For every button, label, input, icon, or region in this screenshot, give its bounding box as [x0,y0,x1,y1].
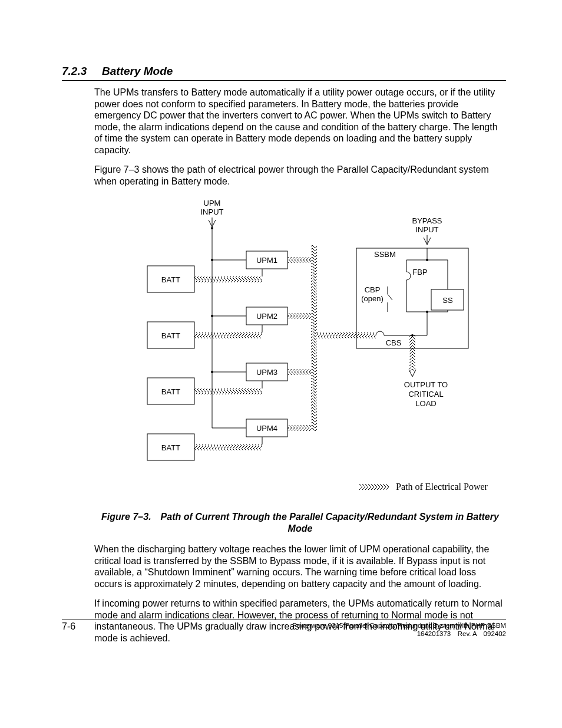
svg-text:FBP: FBP [412,268,427,276]
svg-text:BATT: BATT [161,331,180,340]
svg-text:UPM4: UPM4 [256,424,277,433]
svg-text:(open): (open) [361,294,384,303]
svg-rect-36 [287,257,311,263]
paragraph-1: The UPMs transfers to Battery mode autom… [94,87,506,156]
svg-rect-40 [311,245,317,431]
svg-text:CRITICAL: CRITICAL [408,390,443,398]
svg-rect-34 [194,444,262,450]
svg-text:INPUT: INPUT [201,207,224,216]
svg-text:UPM1: UPM1 [256,256,277,265]
svg-rect-73 [359,484,389,490]
paragraph-2: Figure 7–3 shows the path of electrical … [94,164,506,187]
svg-rect-41 [317,332,376,338]
section-heading: 7.2.3 Battery Mode [62,65,506,81]
footer-doc-id: 164201373 Rev. A 092402 [292,630,506,638]
svg-text:INPUT: INPUT [416,225,439,234]
page-number: 7-6 [62,621,75,632]
section-number: 7.2.3 [62,65,102,78]
svg-text:BATT: BATT [161,275,180,284]
svg-text:Path of Electrical Power: Path of Electrical Power [396,482,488,492]
svg-text:UPM: UPM [204,199,221,207]
svg-rect-39 [287,425,311,431]
figure-7-3: UPM INPUT UPM1 UPM2 [94,195,506,502]
svg-rect-28 [194,276,262,282]
svg-point-4 [211,227,213,229]
svg-text:UPM3: UPM3 [256,368,277,377]
svg-point-8 [211,259,213,261]
svg-text:SSBM: SSBM [374,250,396,259]
svg-text:SS: SS [442,296,453,305]
svg-rect-32 [194,388,262,394]
svg-text:BATT: BATT [161,443,180,452]
svg-rect-38 [287,369,311,375]
section-title: Battery Mode [102,65,173,78]
svg-point-12 [211,315,213,317]
footer-title: Powerware 9315 Parallel Capacity/Redunda… [292,621,506,630]
svg-text:OUTPUT TO: OUTPUT TO [404,380,448,389]
svg-point-16 [211,371,213,373]
figure-caption: Figure 7–3. Path of Current Through the … [94,511,506,534]
paragraph-3: When the discharging battery voltage rea… [94,543,506,589]
svg-text:BYPASS: BYPASS [412,216,442,225]
page-footer: 7-6 Powerware 9315 Parallel Capacity/Red… [62,620,506,638]
svg-text:CBP: CBP [365,285,381,294]
svg-text:BATT: BATT [161,387,180,396]
svg-rect-37 [287,313,311,319]
svg-rect-69 [409,335,415,372]
svg-rect-30 [194,332,262,338]
svg-text:LOAD: LOAD [415,399,436,408]
svg-text:CBS: CBS [386,338,402,347]
svg-line-63 [388,294,392,300]
svg-text:UPM2: UPM2 [256,312,277,321]
